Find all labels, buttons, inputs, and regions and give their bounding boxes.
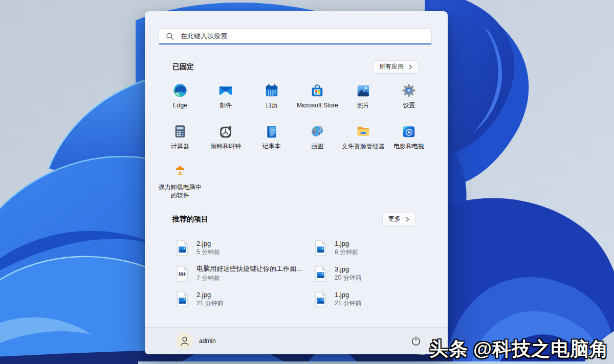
search-icon	[166, 32, 174, 40]
settings-gear-icon	[401, 83, 416, 98]
all-apps-button-label: 所有应用	[379, 62, 404, 71]
app-label: 照片	[357, 101, 369, 109]
search-box[interactable]	[159, 28, 432, 44]
app-tile-movies-tv[interactable]: 电影和电视	[386, 119, 432, 160]
start-menu-panel: 已固定 所有应用 Edge	[145, 11, 448, 354]
edge-icon	[172, 83, 188, 98]
app-tile-photos[interactable]: 照片	[340, 78, 386, 119]
app-label: Microsoft Store	[297, 101, 338, 109]
pinned-section-title: 已固定	[172, 62, 194, 72]
user-name: admin	[199, 337, 216, 345]
power-button[interactable]	[407, 332, 425, 350]
app-label: 设置	[403, 101, 415, 109]
start-menu-user-bar: admin	[145, 327, 448, 354]
store-icon	[310, 83, 325, 98]
file-explorer-folder-icon	[356, 124, 371, 139]
app-label: 文件资源管理器	[342, 142, 385, 150]
app-tile-alarms-clock[interactable]: 闹钟和时钟	[203, 119, 249, 160]
app-label: 计算器	[171, 142, 189, 150]
app-label: 画图	[311, 142, 323, 150]
more-button[interactable]: 更多	[382, 213, 415, 226]
image-file-icon	[314, 240, 327, 257]
recommended-item-name: 2.jpg	[196, 240, 220, 247]
recommended-item[interactable]: M 电脑用好这些快捷键让你的工作如... 7 分钟前	[176, 261, 314, 286]
app-label: 记事本	[262, 142, 281, 150]
app-tile-uninstaller[interactable]: 强力卸载电脑中的软件	[157, 160, 203, 201]
mail-icon	[218, 83, 233, 98]
recommended-item[interactable]: 3.jpg 20 分钟前	[314, 261, 452, 286]
all-apps-button[interactable]: 所有应用	[373, 60, 419, 74]
calendar-icon	[264, 83, 279, 98]
calculator-icon	[172, 124, 188, 139]
power-icon	[410, 335, 422, 347]
watermark-brand: 头条	[429, 338, 468, 359]
paint-palette-icon	[310, 124, 325, 139]
recommended-item[interactable]: 2.jpg 5 分钟前	[176, 235, 314, 261]
pinned-app-grid: Edge 邮件	[157, 78, 432, 201]
recommended-item-time: 21 分钟前	[196, 299, 224, 308]
photos-icon	[356, 83, 371, 98]
app-label: 电影和电视	[393, 142, 424, 150]
chevron-right-icon	[408, 64, 413, 70]
recommended-item[interactable]: 1.jpg 6 分钟前	[314, 235, 452, 261]
app-label: 日历	[266, 101, 278, 109]
user-account-button[interactable]: admin	[177, 333, 216, 349]
app-label: 闹钟和时钟	[210, 142, 241, 150]
image-file-icon	[314, 265, 327, 282]
markdown-file-icon: M	[176, 265, 189, 282]
recommended-grid: 2.jpg 5 分钟前 1.jpg 6 分钟前	[176, 235, 452, 312]
app-label: Edge	[173, 101, 187, 109]
recommended-item-time: 7 分钟前	[196, 274, 302, 283]
app-tile-paint[interactable]: 画图	[295, 119, 341, 160]
app-tile-edge[interactable]: Edge	[157, 78, 203, 119]
recommended-item-name: 3.jpg	[335, 265, 362, 273]
more-button-label: 更多	[388, 215, 401, 223]
app-tile-calculator[interactable]: 计算器	[157, 119, 203, 160]
app-tile-notepad[interactable]: 记事本	[249, 119, 295, 160]
app-label: 邮件	[220, 101, 232, 109]
notepad-icon	[264, 124, 279, 139]
recommended-item[interactable]: 1.jpg 21 分钟前	[314, 286, 452, 312]
desktop: 已固定 所有应用 Edge	[0, 0, 614, 364]
recommended-item[interactable]: 2.jpg 21 分钟前	[176, 286, 314, 312]
uninstaller-trash-icon	[172, 165, 188, 180]
image-file-icon	[314, 291, 327, 308]
recommended-item-name: 2.jpg	[196, 291, 224, 299]
image-file-icon	[176, 240, 189, 257]
app-tile-calendar[interactable]: 日历	[249, 78, 295, 119]
recommended-item-name: 1.jpg	[335, 240, 358, 247]
recommended-section-title: 推荐的项目	[172, 215, 208, 224]
recommended-item-time: 20 分钟前	[335, 274, 362, 282]
app-label: 强力卸载电脑中的软件	[158, 183, 202, 199]
recommended-item-time: 21 分钟前	[335, 299, 362, 308]
recommended-item-name: 1.jpg	[335, 291, 362, 299]
app-tile-settings[interactable]: 设置	[386, 78, 432, 119]
recommended-item-name: 电脑用好这些快捷键让你的工作如...	[196, 264, 302, 274]
app-tile-file-explorer[interactable]: 文件资源管理器	[340, 119, 386, 160]
app-tile-microsoft-store[interactable]: Microsoft Store	[295, 78, 341, 119]
user-avatar-icon	[177, 333, 193, 349]
alarm-clock-icon	[218, 124, 233, 139]
watermark: 头条@科技之电脑角	[429, 336, 609, 362]
movies-tv-icon	[401, 124, 416, 139]
chevron-right-icon	[405, 217, 410, 222]
image-file-icon	[176, 291, 189, 308]
watermark-handle: @科技之电脑角	[473, 338, 609, 359]
svg-text:M: M	[179, 271, 183, 277]
recommended-item-time: 5 分钟前	[196, 248, 220, 257]
search-input[interactable]	[180, 32, 431, 40]
recommended-item-time: 6 分钟前	[335, 248, 358, 257]
app-tile-mail[interactable]: 邮件	[203, 78, 249, 119]
